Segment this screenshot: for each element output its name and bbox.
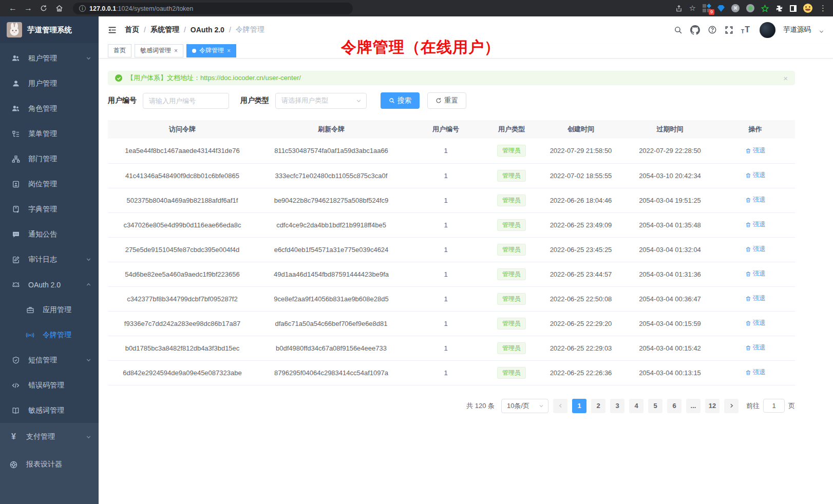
breadcrumb-item[interactable]: 系统管理 [150,25,179,34]
tab-close-icon[interactable]: × [227,47,231,54]
extension-record-icon[interactable] [746,4,754,12]
created-time-cell: 2022-07-02 18:55:55 [537,163,624,188]
help-icon[interactable] [708,25,717,34]
share-icon[interactable] [675,5,683,12]
sidebar-item-audit-log[interactable]: 审计日志 [0,247,99,272]
search-button[interactable]: 搜索 [381,92,420,109]
expire-time-cell: 2054-03-04 00:15:42 [624,336,715,360]
page-button-12[interactable]: 12 [705,399,720,413]
tab-令牌管理[interactable]: 令牌管理× [186,44,236,57]
sidebar-item-oauth2[interactable]: OAuth 2.0 [0,272,99,297]
sidebar-item-token[interactable]: A令牌管理 [0,322,99,347]
alert-text: 【用户体系】文档地址：https://doc.iocoder.cn/user-c… [127,73,301,83]
page-button-2[interactable]: 2 [591,399,605,413]
app-title: 芋道管理系统 [27,25,72,35]
tab-close-icon[interactable]: × [174,47,178,54]
column-header: 刷新令牌 [257,120,406,139]
pagination: 共 120 条 10条/页 123456...12 前往 页 [108,399,795,413]
sidebar-item-post[interactable]: 岗位管理 [0,171,99,197]
sidebar-item-tenant[interactable]: 租户管理 [0,46,99,71]
robot-icon [11,280,21,289]
sidebar-fold-icon[interactable] [107,25,117,35]
sidebar-item-label: 租户管理 [28,54,57,63]
extension-star-icon[interactable] [761,5,769,12]
force-logout-button[interactable]: 强退 [745,368,766,377]
page-size-select[interactable]: 10条/页 [501,399,548,413]
extension-grid-icon[interactable]: 9 [703,4,711,12]
tab-敏感词管理[interactable]: 敏感词管理× [135,44,183,57]
sidebar-item-pay[interactable]: ¥支付管理 [0,423,99,451]
force-logout-button[interactable]: 强退 [745,171,766,180]
sidebar-item-sms[interactable]: 短信管理 [0,347,99,373]
sidebar-item-sensitive-word[interactable]: 敏感词管理 [0,398,99,423]
browser-reload-icon[interactable] [37,2,50,14]
github-icon[interactable] [690,25,700,35]
page-button-3[interactable]: 3 [610,399,624,413]
user-id-input[interactable] [143,93,229,109]
breadcrumb-item[interactable]: 首页 [125,25,139,34]
more-pages-button[interactable]: ... [686,399,701,413]
next-page-button[interactable] [724,399,739,413]
sidebar-item-user[interactable]: 用户管理 [0,71,99,96]
sidebar-item-app[interactable]: 应用管理 [0,297,99,322]
force-logout-button[interactable]: 强退 [745,220,766,229]
fullscreen-icon[interactable] [725,26,733,34]
users-icon [11,104,21,113]
browser-forward-icon[interactable]: → [22,2,35,14]
browser-home-icon[interactable] [52,2,66,14]
sidebar-item-report-designer[interactable]: 报表设计器 [0,451,99,478]
force-logout-button[interactable]: 强退 [745,294,766,303]
page-button-4[interactable]: 4 [629,399,643,413]
app-logo[interactable]: 芋道管理系统 [0,16,99,43]
sidebar-item-label: 菜单管理 [28,129,57,139]
search-icon[interactable] [674,26,683,34]
browser-menu-icon[interactable]: ⋮ [819,4,827,13]
profile-avatar-icon[interactable] [803,4,812,13]
reset-button[interactable]: 重置 [427,92,466,109]
page-button-1[interactable]: 1 [572,399,586,413]
browser-back-icon[interactable]: ← [6,2,20,14]
alert-link[interactable]: https://doc.iocoder.cn/user-center/ [200,74,301,82]
font-size-icon[interactable]: TT [741,25,750,34]
table-header-row: 访问令牌刷新令牌用户编号用户类型创建时间过期时间操作 [108,120,795,139]
report-icon [9,460,18,469]
force-logout-button[interactable]: 强退 [745,146,766,155]
sidebar-item-error-code[interactable]: 错误码管理 [0,373,99,398]
access-token-cell: 502375b8040a469a9b82188afdf6af1f [108,188,257,212]
bookmark-star-icon[interactable]: ☆ [689,4,696,13]
user-menu-caret-icon[interactable] [819,29,824,34]
force-logout-button[interactable]: 强退 [745,343,766,352]
sidebar-item-dict[interactable]: 字典管理 [0,197,99,222]
breadcrumb-item[interactable]: OAuth 2.0 [191,26,224,34]
force-logout-button[interactable]: 强退 [745,196,766,204]
user-avatar[interactable] [760,22,775,38]
force-logout-button[interactable]: 强退 [745,319,766,327]
sidebar-item-role[interactable]: 角色管理 [0,96,99,121]
page-button-5[interactable]: 5 [648,399,662,413]
sidebar-toggle-icon[interactable] [790,5,797,12]
table-row: f9336e7c7dd242a283ee98dc86b17a87dfa6c71a… [108,311,795,336]
user-type-select[interactable]: 请选择用户类型 [275,93,367,109]
prev-page-button[interactable] [553,399,567,413]
force-logout-button[interactable]: 强退 [745,269,766,278]
goto-page-input[interactable] [763,399,785,413]
total-count: 共 120 条 [466,401,495,411]
force-logout-button[interactable]: 强退 [745,245,766,254]
alert-close-icon[interactable]: × [783,74,788,83]
user-type-cell: 管理员 [486,360,537,385]
page-button-6[interactable]: 6 [667,399,681,413]
extension-gem-icon[interactable] [717,5,725,12]
sidebar-item-notice[interactable]: 通知公告 [0,222,99,247]
sidebar-item-dept[interactable]: 部门管理 [0,146,99,171]
site-info-icon[interactable]: i [79,5,86,12]
address-bar[interactable]: i 127.0.0.1:1024/system/oauth2/token [73,3,353,14]
dict-icon [11,205,21,214]
access-token-cell: 275e5de9151045fe87cbdc395e004f4d [108,237,257,262]
sidebar-item-menu[interactable]: 菜单管理 [0,121,99,146]
username[interactable]: 芋道源码 [783,25,811,34]
tab-首页[interactable]: 首页 [108,44,131,57]
user-type-badge: 管理员 [497,342,526,354]
extensions-puzzle-icon[interactable] [775,5,783,12]
extension-command-icon[interactable]: ⌘ [731,4,740,12]
action-cell: 强退 [715,212,795,237]
